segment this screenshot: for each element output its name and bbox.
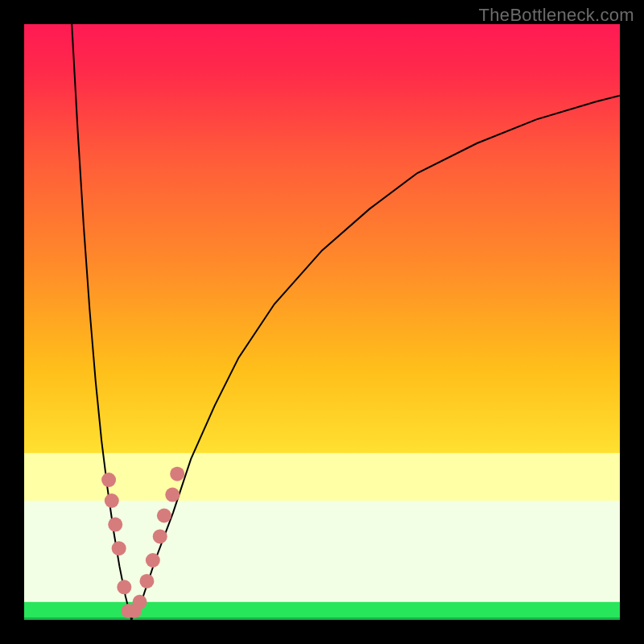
chart-frame: TheBottleneck.com — [0, 0, 644, 644]
marker-dot — [105, 493, 119, 508]
marker-dot — [146, 553, 160, 568]
marker-dot — [157, 509, 171, 523]
marker-dot — [165, 488, 180, 502]
marker-dot — [101, 473, 116, 487]
marker-dot — [112, 541, 126, 555]
marker-dot — [153, 529, 167, 543]
marker-dot — [117, 580, 131, 594]
chart-svg — [24, 24, 620, 620]
svg-rect-4 — [24, 617, 620, 620]
watermark-label: TheBottleneck.com — [479, 5, 634, 26]
marker-dot — [108, 518, 122, 532]
marker-dot — [139, 574, 154, 588]
plot-area — [24, 24, 620, 620]
svg-rect-3 — [24, 602, 620, 620]
marker-dot — [133, 595, 147, 609]
marker-dot — [170, 467, 184, 481]
